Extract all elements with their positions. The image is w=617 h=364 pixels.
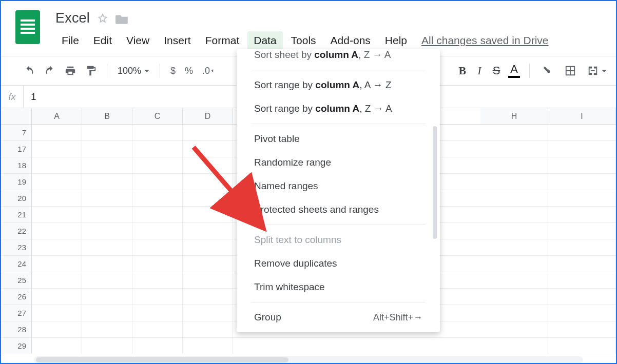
cell[interactable] xyxy=(82,223,132,239)
cell[interactable] xyxy=(82,321,132,337)
merge-cells-icon[interactable] xyxy=(584,63,610,78)
cell[interactable] xyxy=(548,141,616,157)
cell[interactable] xyxy=(82,289,132,305)
cell[interactable] xyxy=(183,141,233,157)
cell[interactable] xyxy=(132,239,183,255)
cell[interactable] xyxy=(480,174,548,190)
cell[interactable] xyxy=(82,256,132,272)
cell[interactable] xyxy=(548,207,616,223)
row-header[interactable]: 19 xyxy=(1,174,32,190)
cell[interactable] xyxy=(82,125,132,140)
cell[interactable] xyxy=(32,239,82,255)
cell[interactable] xyxy=(132,256,183,272)
cell[interactable] xyxy=(32,207,82,223)
cell[interactable] xyxy=(32,157,82,173)
cell[interactable] xyxy=(32,305,82,321)
menu-data[interactable]: Data xyxy=(247,31,282,50)
decrease-decimal-button[interactable]: .0 xyxy=(199,64,219,78)
cell[interactable] xyxy=(183,125,233,140)
menu-item-pivot-table[interactable]: Pivot table xyxy=(237,127,440,151)
cell[interactable] xyxy=(183,223,233,239)
paint-format-icon[interactable] xyxy=(82,63,100,78)
row-header[interactable]: 21 xyxy=(1,207,32,223)
menu-view[interactable]: View xyxy=(120,31,156,50)
cell[interactable] xyxy=(132,125,183,140)
cell[interactable] xyxy=(32,289,82,305)
column-header[interactable]: I xyxy=(548,108,616,124)
star-icon[interactable] xyxy=(97,13,108,24)
currency-button[interactable]: $ xyxy=(167,64,179,78)
cell[interactable] xyxy=(183,207,233,223)
document-title[interactable]: Excel xyxy=(55,10,90,26)
zoom-select[interactable]: 100% xyxy=(114,64,152,78)
cell[interactable] xyxy=(82,190,132,206)
strikethrough-button[interactable]: S xyxy=(490,62,504,79)
cell[interactable] xyxy=(183,239,233,255)
saved-in-drive-text[interactable]: All changes saved in Drive xyxy=(421,31,548,50)
cell[interactable] xyxy=(132,174,183,190)
cell[interactable] xyxy=(132,338,183,354)
row-header[interactable]: 17 xyxy=(1,141,32,157)
column-header[interactable]: C xyxy=(132,108,183,124)
row-header[interactable]: 28 xyxy=(1,321,32,337)
undo-icon[interactable] xyxy=(21,63,38,78)
menu-item-randomize-range[interactable]: Randomize range xyxy=(237,151,440,174)
select-all-corner[interactable] xyxy=(1,108,32,124)
cell[interactable] xyxy=(132,207,183,223)
cell[interactable] xyxy=(32,190,82,206)
menu-insert[interactable]: Insert xyxy=(158,31,197,50)
menu-file[interactable]: File xyxy=(55,31,85,50)
cell[interactable] xyxy=(480,157,548,173)
cell[interactable] xyxy=(480,207,548,223)
cell[interactable] xyxy=(480,239,548,255)
cell[interactable] xyxy=(132,157,183,173)
cell[interactable] xyxy=(82,305,132,321)
column-header[interactable]: D xyxy=(183,108,233,124)
row-header[interactable]: 7 xyxy=(1,125,32,140)
cell[interactable] xyxy=(32,174,82,190)
cell[interactable] xyxy=(548,190,616,206)
cell[interactable] xyxy=(183,256,233,272)
cell[interactable] xyxy=(32,125,82,140)
cell[interactable] xyxy=(32,338,82,354)
cell[interactable] xyxy=(480,190,548,206)
cell[interactable] xyxy=(183,338,233,354)
menu-scrollbar[interactable] xyxy=(433,126,437,239)
cell[interactable] xyxy=(183,174,233,190)
row-header[interactable]: 27 xyxy=(1,305,32,321)
percent-button[interactable]: % xyxy=(182,64,196,78)
cell[interactable] xyxy=(132,272,183,288)
row-header[interactable]: 25 xyxy=(1,272,32,288)
cell[interactable] xyxy=(32,141,82,157)
cell[interactable] xyxy=(82,338,132,354)
menu-item-trim-whitespace[interactable]: Trim whitespace xyxy=(237,275,440,299)
cell[interactable] xyxy=(548,239,616,255)
menu-item-sort-range-za[interactable]: Sort range by column A, Z → A xyxy=(237,97,440,120)
cell[interactable] xyxy=(82,239,132,255)
bold-button[interactable]: B xyxy=(456,62,470,79)
menu-tools[interactable]: Tools xyxy=(285,31,322,50)
cell[interactable] xyxy=(82,207,132,223)
cell[interactable] xyxy=(82,174,132,190)
cell[interactable] xyxy=(32,272,82,288)
menu-edit[interactable]: Edit xyxy=(87,31,118,50)
cell[interactable] xyxy=(480,321,548,337)
cell[interactable] xyxy=(480,141,548,157)
column-header[interactable]: A xyxy=(32,108,82,124)
cell[interactable] xyxy=(548,338,616,354)
horizontal-scrollbar[interactable] xyxy=(34,356,583,363)
cell[interactable] xyxy=(480,305,548,321)
fill-color-icon[interactable] xyxy=(539,63,556,78)
cell[interactable] xyxy=(82,141,132,157)
cell[interactable] xyxy=(183,289,233,305)
row-header[interactable]: 26 xyxy=(1,289,32,305)
cell[interactable] xyxy=(548,223,616,239)
cell[interactable] xyxy=(548,289,616,305)
cell[interactable] xyxy=(183,305,233,321)
cell[interactable] xyxy=(548,305,616,321)
menu-format[interactable]: Format xyxy=(199,31,246,50)
cell[interactable] xyxy=(32,223,82,239)
menu-item-sort-sheet-za[interactable]: Sort sheet by column A, Z → A xyxy=(237,49,440,67)
cell[interactable] xyxy=(82,272,132,288)
row-header[interactable]: 20 xyxy=(1,190,32,206)
